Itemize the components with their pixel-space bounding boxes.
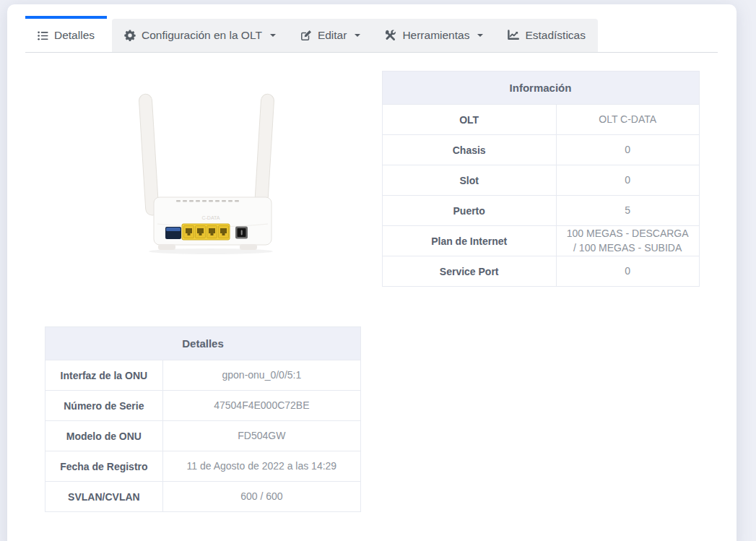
onu-detail-card: Detalles Configuración en la OLT [7, 4, 737, 541]
caret-down-icon [355, 34, 360, 40]
nav-tabs: Detalles Configuración en la OLT [25, 16, 718, 53]
tab-editar[interactable]: Editar [288, 19, 373, 52]
row-value: 0 [556, 165, 699, 196]
row-label: Fecha de Registro [45, 451, 163, 482]
tab-label: Configuración en la OLT [142, 29, 262, 42]
row-value: 0 [556, 135, 699, 165]
table-row: Plan de Internet 100 MEGAS - DESCARGA / … [382, 226, 699, 256]
info-column: Información OLT OLT C-DATA Chasis 0 Slot [372, 71, 718, 287]
row-label: Slot [382, 165, 556, 196]
info-table-title: Información [382, 72, 699, 105]
row-value: 5 [556, 196, 699, 226]
onu-device-image: C-DATA [33, 91, 380, 257]
row-value: OLT C-DATA [556, 105, 699, 135]
tab-configuracion-olt[interactable]: Configuración en la OLT [112, 19, 288, 52]
table-row: Fecha de Registro 11 de Agosto de 2022 a… [45, 451, 361, 482]
row-label: Interfaz de la ONU [45, 360, 163, 391]
tools-icon [385, 30, 396, 41]
tab-detalles[interactable]: Detalles [25, 16, 107, 52]
power-port [235, 227, 248, 239]
table-row: Puerto 5 [382, 196, 699, 226]
row-value: 600 / 600 [162, 482, 360, 512]
tab-content: C-DATA [7, 53, 737, 512]
antenna-left [139, 94, 159, 216]
table-row: Service Port 0 [382, 256, 699, 287]
row-label: SVLAN/CVLAN [45, 482, 163, 512]
tab-herramientas[interactable]: Herramientas [373, 19, 495, 52]
table-row: Número de Serie 47504F4E000C72BE [45, 391, 361, 421]
caret-down-icon [477, 34, 483, 40]
table-row: Modelo de ONU FD504GW [45, 421, 361, 451]
fiber-port [165, 227, 181, 239]
row-label: OLT [382, 105, 556, 135]
tab-label: Editar [318, 29, 347, 42]
row-value: gpon-onu_0/0/5:1 [162, 360, 360, 391]
row-label: Puerto [382, 196, 556, 226]
info-table: Información OLT OLT C-DATA Chasis 0 Slot [382, 71, 700, 287]
lan-ports [182, 224, 230, 240]
row-value: 0 [556, 256, 699, 287]
device-logo-text: C-DATA [201, 215, 220, 220]
row-value: 11 de Agosto de 2022 a las 14:29 [162, 451, 360, 482]
tab-bar: Detalles Configuración en la OLT [7, 4, 737, 53]
row-value: 100 MEGAS - DESCARGA / 100 MEGAS - SUBID… [556, 226, 699, 256]
row-label: Modelo de ONU [45, 421, 163, 451]
row-value: FD504GW [162, 421, 360, 451]
tab-estadisticas[interactable]: Estadísticas [495, 19, 598, 52]
table-row: OLT OLT C-DATA [382, 105, 699, 135]
table-row: Slot 0 [382, 165, 699, 196]
gear-icon [124, 30, 136, 41]
table-row: Chasis 0 [382, 135, 699, 165]
edit-icon [300, 30, 312, 41]
row-label: Chasis [382, 135, 556, 165]
row-label: Plan de Internet [382, 226, 556, 256]
chart-line-icon [508, 30, 519, 41]
tab-label: Detalles [54, 29, 95, 42]
row-value: 47504F4E000C72BE [162, 391, 360, 421]
details-table-title: Detalles [45, 327, 361, 360]
device-column: C-DATA [25, 71, 372, 287]
caret-down-icon [270, 34, 276, 40]
row-label: Service Port [382, 256, 556, 287]
list-icon [38, 30, 48, 41]
tab-label: Herramientas [402, 29, 469, 42]
table-row: SVLAN/CVLAN 600 / 600 [45, 482, 361, 512]
row-label: Número de Serie [45, 391, 163, 421]
table-row: Interfaz de la ONU gpon-onu_0/0/5:1 [45, 360, 361, 391]
tab-label: Estadísticas [525, 29, 586, 42]
details-table: Detalles Interfaz de la ONU gpon-onu_0/0… [45, 326, 361, 512]
